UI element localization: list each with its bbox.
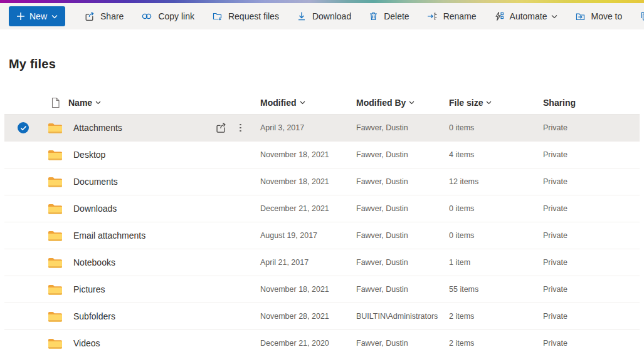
folder-name[interactable]: Notebooks	[73, 257, 115, 267]
modified-cell: November 18, 2021	[260, 177, 356, 186]
header-modified[interactable]: Modified	[260, 98, 356, 108]
folder-name[interactable]: Desktop	[73, 150, 105, 160]
onedrive-window: New Share Copy link Request files Downlo…	[0, 0, 644, 352]
modified-cell: November 18, 2021	[260, 285, 356, 294]
request-files-button[interactable]: Request files	[203, 3, 288, 29]
rename-button[interactable]: Rename	[418, 3, 485, 29]
rename-icon	[427, 12, 438, 21]
modified-cell: November 18, 2021	[260, 150, 356, 159]
file-size-cell: 12 items	[449, 177, 543, 186]
delete-button[interactable]: Delete	[360, 3, 418, 29]
copy-link-button[interactable]: Copy link	[132, 3, 203, 29]
modified-by-cell: Fawver, Dustin	[356, 204, 449, 213]
folder-name[interactable]: Subfolders	[73, 311, 115, 321]
folder-icon	[42, 203, 68, 215]
table-row[interactable]: Attachments April 3, 2017 Fawver, Dustin…	[4, 115, 640, 142]
more-actions-icon[interactable]	[236, 122, 245, 134]
copy-to-button[interactable]: Copy to	[631, 3, 644, 29]
toolbar-item-label: Delete	[384, 11, 409, 21]
header-name[interactable]: Name	[68, 98, 260, 108]
table-row[interactable]: Downloads December 21, 2021 Fawver, Dust…	[4, 195, 640, 222]
check-icon	[20, 125, 27, 131]
file-size-cell: 2 items	[449, 312, 543, 321]
file-size-cell: 0 items	[449, 204, 543, 213]
folder-name[interactable]: Downloads	[73, 204, 117, 214]
header-sharing[interactable]: Sharing	[543, 98, 640, 108]
table-row[interactable]: Email attachments August 19, 2017 Fawver…	[4, 222, 640, 249]
chevron-down-icon	[95, 101, 101, 105]
folder-icon	[42, 284, 68, 296]
modified-cell: August 19, 2017	[260, 231, 356, 240]
toolbar-item-label: Move to	[591, 11, 623, 21]
folder-name[interactable]: Pictures	[73, 284, 105, 294]
file-size-cell: 0 items	[449, 231, 543, 240]
table-row[interactable]: Documents November 18, 2021 Fawver, Dust…	[4, 168, 640, 195]
share-button[interactable]: Share	[75, 3, 132, 29]
folder-icon	[42, 257, 68, 269]
table-row[interactable]: Videos December 21, 2020 Fawver, Dustin …	[4, 330, 640, 352]
modified-cell: April 21, 2017	[260, 258, 356, 267]
delete-icon	[369, 11, 378, 21]
table-row[interactable]: Desktop November 18, 2021 Fawver, Dustin…	[4, 142, 640, 168]
header-file-size[interactable]: File size	[449, 98, 543, 108]
folder-icon	[42, 338, 68, 349]
table-header-row: Name Modified Modified By File size Shar…	[4, 91, 640, 115]
download-icon	[297, 11, 307, 21]
modified-by-cell: Fawver, Dustin	[356, 339, 449, 348]
modified-cell: April 3, 2017	[260, 123, 356, 132]
sharing-cell: Private	[543, 285, 640, 294]
copy-to-icon	[640, 11, 644, 21]
folder-name[interactable]: Documents	[73, 177, 118, 187]
toolbar-item-label: Copy link	[158, 11, 194, 21]
modified-by-cell: Fawver, Dustin	[356, 258, 449, 267]
new-button-label: New	[29, 11, 47, 21]
toolbar-item-label: Share	[100, 11, 124, 21]
toolbar-item-label: Download	[312, 11, 351, 21]
toolbar-item-label: Request files	[228, 11, 279, 21]
new-button[interactable]: New	[9, 6, 65, 26]
modified-by-cell: Fawver, Dustin	[356, 177, 449, 186]
folder-icon	[42, 311, 68, 323]
file-size-cell: 0 items	[449, 123, 543, 132]
sharing-cell: Private	[543, 258, 640, 267]
header-modified-by[interactable]: Modified By	[356, 98, 449, 108]
folder-icon	[42, 149, 68, 161]
sharing-cell: Private	[543, 204, 640, 213]
command-bar: New Share Copy link Request files Downlo…	[0, 3, 644, 29]
selected-checkbox[interactable]	[18, 122, 29, 133]
page-title: My files	[9, 57, 644, 71]
modified-cell: December 21, 2021	[260, 204, 356, 213]
folder-icon	[42, 176, 68, 188]
modified-cell: November 28, 2021	[260, 312, 356, 321]
table-row[interactable]: Pictures November 18, 2021 Fawver, Dusti…	[4, 276, 640, 303]
share-icon[interactable]	[214, 122, 227, 134]
row-actions	[214, 122, 260, 134]
chevron-down-icon	[409, 101, 414, 105]
file-size-cell: 4 items	[449, 150, 543, 159]
move-to-button[interactable]: Move to	[566, 3, 631, 29]
header-filetype-column[interactable]	[42, 97, 68, 108]
modified-by-cell: Fawver, Dustin	[356, 150, 449, 159]
folder-name[interactable]: Email attachments	[73, 230, 145, 241]
sharing-cell: Private	[543, 231, 640, 240]
download-button[interactable]: Download	[288, 3, 360, 29]
chevron-down-icon	[551, 14, 557, 19]
table-row[interactable]: Notebooks April 21, 2017 Fawver, Dustin …	[4, 249, 640, 276]
folder-name[interactable]: Videos	[73, 338, 100, 348]
plus-icon	[16, 12, 25, 21]
file-size-cell: 2 items	[449, 339, 543, 348]
modified-by-cell: Fawver, Dustin	[356, 285, 449, 294]
sharing-cell: Private	[543, 312, 640, 321]
row-select-cell	[4, 122, 42, 133]
share-icon	[84, 11, 95, 22]
modified-by-cell: BUILTIN\Administrators	[356, 312, 449, 321]
automate-button[interactable]: Automate	[485, 3, 566, 29]
table-row[interactable]: Subfolders November 28, 2021 BUILTIN\Adm…	[4, 303, 640, 330]
chevron-down-icon	[486, 101, 492, 105]
chevron-down-icon	[300, 101, 305, 105]
file-size-cell: 55 items	[449, 285, 543, 294]
modified-by-cell: Fawver, Dustin	[356, 231, 449, 240]
sharing-cell: Private	[543, 150, 640, 159]
folder-icon	[42, 122, 68, 134]
folder-name[interactable]: Attachments	[73, 123, 122, 133]
